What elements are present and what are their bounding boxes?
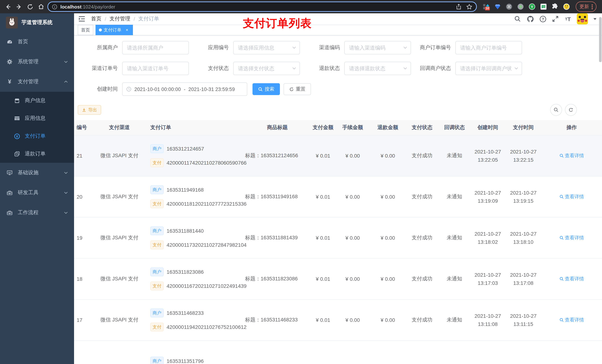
pay-order-no: 4200001181202110277723215336 [167, 201, 247, 207]
cell-refund: ¥ 0.00 [370, 317, 405, 323]
view-detail-link[interactable]: 查看详情 [559, 152, 584, 159]
merchant-tag: 商户 [150, 268, 164, 276]
sidebar-item-infra[interactable]: 基础设施 [0, 163, 74, 183]
filter-row-1: 所属商户 应用编号 [78, 41, 602, 54]
browser-back-icon[interactable] [3, 2, 13, 11]
share-icon[interactable] [456, 4, 462, 10]
date-separator: - [184, 86, 185, 92]
filter-label: 应用编号 [189, 44, 233, 51]
browser-reload-icon[interactable] [25, 2, 35, 11]
browser-home-icon[interactable] [36, 2, 46, 11]
reset-button[interactable]: 重置 [284, 83, 311, 95]
toggle-search-button[interactable] [550, 104, 562, 116]
sidebar-item-payment[interactable]: ¥ 支付管理 [0, 72, 74, 92]
extension-y-icon[interactable]: Y [529, 3, 535, 10]
sidebar-item-pay-order[interactable]: ¥ 支付订单 [0, 127, 74, 145]
update-label: 更新 [580, 3, 589, 10]
filter-input[interactable] [344, 62, 411, 75]
bookmark-star-icon[interactable] [466, 3, 473, 10]
breadcrumb-separator: / [105, 16, 106, 22]
table-row[interactable]: 18 微信 JSAPI 支付 商户 1635311823086 支付 [74, 259, 602, 300]
avatar-caret-icon[interactable] [593, 17, 597, 21]
browser-update-button[interactable]: 更新 [576, 1, 596, 12]
view-detail-link[interactable]: 查看详情 [559, 317, 584, 323]
extensions-puzzle-icon[interactable] [552, 3, 558, 10]
cell-title: 标题：1635311949168 [244, 193, 311, 200]
table-row[interactable]: 21 微信 JSAPI 支付 商户 1635312124657 支付 [74, 135, 602, 177]
refresh-button[interactable] [565, 104, 577, 116]
reset-button-label: 重置 [296, 86, 305, 93]
font-size-icon[interactable]: TT [564, 15, 572, 22]
cell-notify-status: 未通知 [439, 317, 470, 323]
date-end[interactable]: 2021-10-31 23:59:59 [188, 86, 235, 92]
cell-refund: ¥ 0.00 [370, 276, 405, 282]
extension-chat-icon[interactable] [540, 3, 547, 10]
filter-form: 所属商户 应用编号 [74, 35, 602, 103]
tab-pay-order[interactable]: 支付订单 × [96, 25, 133, 35]
sidebar-item-app-info[interactable]: 应用信息 [0, 110, 74, 127]
sidebar-item-label: 工作流程 [18, 209, 39, 216]
filter-input[interactable] [233, 62, 300, 75]
filter-input[interactable] [122, 41, 189, 54]
user-avatar[interactable] [577, 13, 588, 24]
date-range-picker[interactable]: 2021-10-01 00:00:00 - 2021-10-31 23:59:5… [122, 83, 247, 96]
table-row[interactable]: 17 微信 JSAPI 支付 商户 1635311468233 支付 [74, 300, 602, 341]
search-icon[interactable] [514, 15, 521, 22]
search-button[interactable]: 搜索 [252, 83, 280, 95]
tab-close-icon[interactable]: × [124, 27, 129, 32]
view-detail-link[interactable]: 查看详情 [559, 235, 584, 241]
extension-dot-icon[interactable] [517, 3, 524, 10]
view-detail-link[interactable]: 查看详情 [559, 193, 584, 200]
sidebar-collapse-icon[interactable] [78, 15, 86, 23]
cell-create-time: 2021-10-2713:18:02 [470, 229, 505, 246]
sidebar-item-label: 商户信息 [25, 97, 45, 104]
help-icon[interactable]: ? [539, 15, 547, 22]
page-scrollbar[interactable] [599, 17, 602, 62]
browser-menu-icon[interactable] [592, 4, 593, 9]
address-bar[interactable]: localhost:1024/pay/order [47, 1, 477, 12]
date-start[interactable]: 2021-10-01 00:00:00 [134, 86, 181, 92]
sidebar-item-dev-tools[interactable]: 研发工具 [0, 183, 74, 203]
profile-avatar-icon[interactable] [563, 3, 570, 10]
table-row[interactable]: 20 微信 JSAPI 支付 商户 1635311949168 支付 [74, 177, 602, 218]
site-info-icon[interactable] [52, 4, 57, 10]
breadcrumb-separator: / [134, 16, 135, 22]
github-icon[interactable] [527, 15, 534, 22]
filter-input[interactable] [122, 62, 189, 75]
cell-status: 支付成功 [405, 152, 439, 159]
table-row[interactable]: 商户 1635311351796 [74, 341, 602, 364]
sidebar-item-home[interactable]: 首页 [0, 32, 74, 52]
tags-view-bar: 首页 支付订单 × [74, 25, 602, 35]
cell-order-numbers: 商户 1635311351796 [148, 357, 244, 364]
breadcrumb-home[interactable]: 首页 [91, 16, 101, 22]
sidebar-item-workflow[interactable]: 工作流程 [0, 203, 74, 223]
merchant-tag: 商户 [150, 185, 164, 194]
col-header-amount: 支付金额 [311, 124, 335, 131]
extension-command-icon[interactable]: ⌘ [506, 3, 512, 10]
filter-input[interactable] [455, 41, 522, 54]
cell-actions: 查看详情 [541, 276, 602, 282]
cell-fee: ¥ 0.00 [335, 317, 370, 323]
tab-home[interactable]: 首页 [78, 25, 93, 35]
table-row[interactable]: 19 微信 JSAPI 支付 商户 1635311881440 支付 [74, 218, 602, 259]
breadcrumb-section[interactable]: 支付管理 [110, 16, 130, 22]
cell-order-numbers: 商户 1635312124657 支付 42000011742021102780… [148, 144, 244, 167]
cell-actions: 查看详情 [541, 193, 602, 200]
extension-grid-icon[interactable]: 10 [483, 3, 489, 10]
view-detail-link[interactable]: 查看详情 [559, 276, 584, 282]
browser-forward-icon[interactable] [14, 2, 24, 11]
filter-input[interactable] [455, 62, 522, 75]
sidebar-item-system[interactable]: 系统管理 [0, 52, 74, 72]
fullscreen-icon[interactable] [552, 15, 559, 22]
export-button[interactable]: 导出 [78, 105, 101, 115]
sidebar-item-merchant-info[interactable]: 商户信息 [0, 92, 74, 110]
merchant-tag: 商户 [150, 144, 164, 153]
chevron-down-icon [64, 210, 68, 215]
sidebar-item-refund-order[interactable]: 退款订单 [0, 145, 74, 163]
filter-input[interactable] [233, 41, 300, 54]
col-header-channel: 支付渠道 [91, 124, 148, 131]
cell-pay-time: 2021-10-2713:22:15 [505, 147, 541, 164]
filter-input[interactable] [344, 41, 411, 54]
extension-gem-icon[interactable] [494, 3, 501, 10]
pay-order-no: 4200001174202110278060590766 [167, 160, 247, 166]
